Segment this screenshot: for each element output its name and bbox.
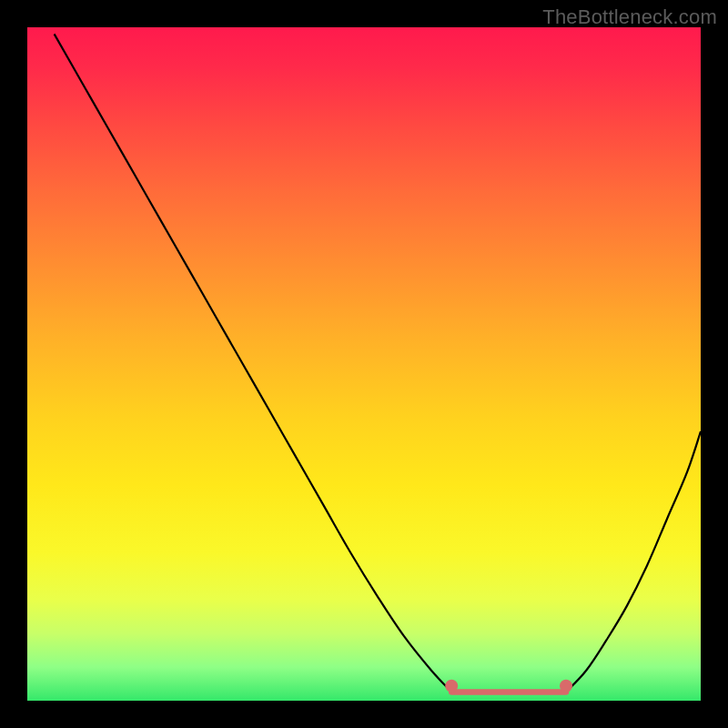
optimal-marker-dot-left: [445, 680, 458, 693]
right-curve: [566, 431, 701, 692]
curve-overlay: [27, 27, 701, 701]
plot-area: [27, 27, 701, 701]
optimal-marker-dot-right: [560, 680, 572, 693]
left-curve: [55, 34, 452, 692]
chart-container: TheBottleneck.com: [0, 0, 728, 728]
watermark-text: TheBottleneck.com: [542, 5, 717, 29]
